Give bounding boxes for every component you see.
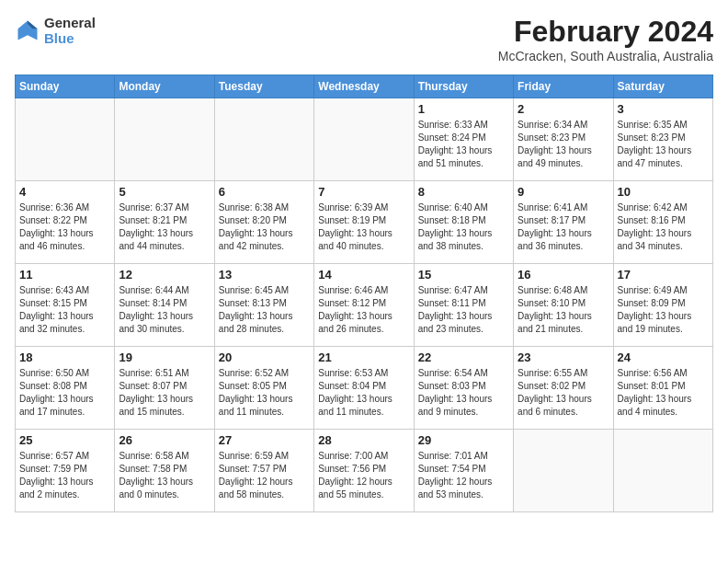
logo: General Blue bbox=[15, 15, 96, 46]
day-detail: Sunrise: 6:41 AM Sunset: 8:17 PM Dayligh… bbox=[518, 201, 609, 253]
day-number: 27 bbox=[219, 433, 310, 447]
day-detail: Sunrise: 6:53 AM Sunset: 8:04 PM Dayligh… bbox=[318, 367, 409, 419]
calendar-week-2: 4Sunrise: 6:36 AM Sunset: 8:22 PM Daylig… bbox=[16, 181, 713, 264]
day-number: 16 bbox=[518, 268, 609, 282]
day-number: 6 bbox=[219, 185, 310, 199]
location-subtitle: McCracken, South Australia, Australia bbox=[498, 49, 713, 63]
calendar-cell: 19Sunrise: 6:51 AM Sunset: 8:07 PM Dayli… bbox=[115, 347, 214, 430]
day-number: 18 bbox=[19, 350, 110, 364]
day-detail: Sunrise: 6:58 AM Sunset: 7:58 PM Dayligh… bbox=[119, 450, 210, 501]
day-detail: Sunrise: 6:33 AM Sunset: 8:24 PM Dayligh… bbox=[418, 119, 509, 170]
calendar-cell: 4Sunrise: 6:36 AM Sunset: 8:22 PM Daylig… bbox=[16, 181, 115, 264]
day-number: 7 bbox=[318, 185, 409, 199]
day-detail: Sunrise: 6:55 AM Sunset: 8:02 PM Dayligh… bbox=[518, 367, 609, 419]
calendar-cell: 18Sunrise: 6:50 AM Sunset: 8:08 PM Dayli… bbox=[16, 347, 115, 430]
logo-blue: Blue bbox=[44, 30, 96, 46]
day-detail: Sunrise: 6:34 AM Sunset: 8:23 PM Dayligh… bbox=[518, 119, 609, 170]
day-detail: Sunrise: 6:48 AM Sunset: 8:10 PM Dayligh… bbox=[518, 284, 609, 336]
calendar-week-5: 25Sunrise: 6:57 AM Sunset: 7:59 PM Dayli… bbox=[16, 430, 713, 512]
day-number: 9 bbox=[518, 185, 609, 199]
day-number: 23 bbox=[518, 350, 609, 364]
day-number: 4 bbox=[19, 185, 110, 199]
weekday-header-tuesday: Tuesday bbox=[214, 75, 313, 98]
calendar-cell: 14Sunrise: 6:46 AM Sunset: 8:12 PM Dayli… bbox=[314, 264, 414, 347]
day-detail: Sunrise: 6:54 AM Sunset: 8:03 PM Dayligh… bbox=[418, 367, 509, 419]
logo-general: General bbox=[44, 15, 96, 30]
calendar-cell: 20Sunrise: 6:52 AM Sunset: 8:05 PM Dayli… bbox=[214, 347, 313, 430]
logo-text: General Blue bbox=[44, 15, 96, 46]
calendar-cell: 8Sunrise: 6:40 AM Sunset: 8:18 PM Daylig… bbox=[414, 181, 513, 264]
calendar-cell: 28Sunrise: 7:00 AM Sunset: 7:56 PM Dayli… bbox=[314, 430, 414, 512]
weekday-header-thursday: Thursday bbox=[414, 75, 513, 98]
day-detail: Sunrise: 6:51 AM Sunset: 8:07 PM Dayligh… bbox=[119, 367, 210, 419]
calendar-cell: 22Sunrise: 6:54 AM Sunset: 8:03 PM Dayli… bbox=[414, 347, 513, 430]
day-detail: Sunrise: 6:36 AM Sunset: 8:22 PM Dayligh… bbox=[19, 201, 110, 253]
calendar-cell: 16Sunrise: 6:48 AM Sunset: 8:10 PM Dayli… bbox=[514, 264, 613, 347]
calendar-cell: 17Sunrise: 6:49 AM Sunset: 8:09 PM Dayli… bbox=[613, 264, 712, 347]
calendar-cell: 29Sunrise: 7:01 AM Sunset: 7:54 PM Dayli… bbox=[414, 430, 513, 512]
day-detail: Sunrise: 6:38 AM Sunset: 8:20 PM Dayligh… bbox=[219, 201, 310, 253]
day-number: 21 bbox=[318, 350, 409, 364]
calendar-table: SundayMondayTuesdayWednesdayThursdayFrid… bbox=[15, 75, 713, 512]
day-detail: Sunrise: 6:56 AM Sunset: 8:01 PM Dayligh… bbox=[618, 367, 709, 419]
calendar-week-3: 11Sunrise: 6:43 AM Sunset: 8:15 PM Dayli… bbox=[16, 264, 713, 347]
day-detail: Sunrise: 6:44 AM Sunset: 8:14 PM Dayligh… bbox=[119, 284, 210, 336]
day-number: 2 bbox=[518, 102, 609, 116]
day-number: 22 bbox=[418, 350, 509, 364]
day-detail: Sunrise: 6:47 AM Sunset: 8:11 PM Dayligh… bbox=[418, 284, 509, 336]
day-detail: Sunrise: 7:01 AM Sunset: 7:54 PM Dayligh… bbox=[418, 450, 509, 501]
calendar-cell: 1Sunrise: 6:33 AM Sunset: 8:24 PM Daylig… bbox=[414, 98, 513, 181]
calendar-cell: 23Sunrise: 6:55 AM Sunset: 8:02 PM Dayli… bbox=[514, 347, 613, 430]
day-number: 29 bbox=[418, 433, 509, 447]
calendar-cell bbox=[514, 430, 613, 512]
calendar-week-4: 18Sunrise: 6:50 AM Sunset: 8:08 PM Dayli… bbox=[16, 347, 713, 430]
day-detail: Sunrise: 6:45 AM Sunset: 8:13 PM Dayligh… bbox=[219, 284, 310, 336]
calendar-cell: 11Sunrise: 6:43 AM Sunset: 8:15 PM Dayli… bbox=[16, 264, 115, 347]
day-number: 5 bbox=[119, 185, 210, 199]
calendar-cell bbox=[613, 430, 712, 512]
calendar-cell: 7Sunrise: 6:39 AM Sunset: 8:19 PM Daylig… bbox=[314, 181, 414, 264]
title-block: February 2024 McCracken, South Australia… bbox=[498, 15, 713, 63]
calendar-cell: 15Sunrise: 6:47 AM Sunset: 8:11 PM Dayli… bbox=[414, 264, 513, 347]
day-detail: Sunrise: 6:39 AM Sunset: 8:19 PM Dayligh… bbox=[318, 201, 409, 253]
calendar-cell: 5Sunrise: 6:37 AM Sunset: 8:21 PM Daylig… bbox=[115, 181, 214, 264]
day-detail: Sunrise: 6:42 AM Sunset: 8:16 PM Dayligh… bbox=[618, 201, 709, 253]
day-number: 1 bbox=[418, 102, 509, 116]
weekday-header-wednesday: Wednesday bbox=[314, 75, 414, 98]
logo-icon bbox=[15, 17, 40, 43]
day-number: 12 bbox=[119, 268, 210, 282]
day-number: 17 bbox=[618, 268, 709, 282]
weekday-header-monday: Monday bbox=[115, 75, 214, 98]
day-detail: Sunrise: 6:35 AM Sunset: 8:23 PM Dayligh… bbox=[618, 119, 709, 170]
day-detail: Sunrise: 6:52 AM Sunset: 8:05 PM Dayligh… bbox=[219, 367, 310, 419]
calendar-cell: 6Sunrise: 6:38 AM Sunset: 8:20 PM Daylig… bbox=[214, 181, 313, 264]
day-number: 25 bbox=[19, 433, 110, 447]
calendar-cell: 2Sunrise: 6:34 AM Sunset: 8:23 PM Daylig… bbox=[514, 98, 613, 181]
month-year-title: February 2024 bbox=[498, 15, 713, 49]
day-number: 24 bbox=[618, 350, 709, 364]
day-detail: Sunrise: 6:50 AM Sunset: 8:08 PM Dayligh… bbox=[19, 367, 110, 419]
calendar-week-1: 1Sunrise: 6:33 AM Sunset: 8:24 PM Daylig… bbox=[16, 98, 713, 181]
calendar-cell bbox=[115, 98, 214, 181]
day-number: 8 bbox=[418, 185, 509, 199]
day-detail: Sunrise: 6:49 AM Sunset: 8:09 PM Dayligh… bbox=[618, 284, 709, 336]
day-number: 10 bbox=[618, 185, 709, 199]
day-detail: Sunrise: 6:37 AM Sunset: 8:21 PM Dayligh… bbox=[119, 201, 210, 253]
day-number: 26 bbox=[119, 433, 210, 447]
calendar-cell bbox=[314, 98, 414, 181]
day-number: 15 bbox=[418, 268, 509, 282]
calendar-cell bbox=[16, 98, 115, 181]
calendar-cell: 25Sunrise: 6:57 AM Sunset: 7:59 PM Dayli… bbox=[16, 430, 115, 512]
calendar-cell: 27Sunrise: 6:59 AM Sunset: 7:57 PM Dayli… bbox=[214, 430, 313, 512]
day-number: 13 bbox=[219, 268, 310, 282]
weekday-header-sunday: Sunday bbox=[16, 75, 115, 98]
calendar-cell bbox=[214, 98, 313, 181]
calendar-cell: 21Sunrise: 6:53 AM Sunset: 8:04 PM Dayli… bbox=[314, 347, 414, 430]
day-number: 3 bbox=[618, 102, 709, 116]
day-detail: Sunrise: 6:46 AM Sunset: 8:12 PM Dayligh… bbox=[318, 284, 409, 336]
day-detail: Sunrise: 6:57 AM Sunset: 7:59 PM Dayligh… bbox=[19, 450, 110, 501]
calendar-cell: 26Sunrise: 6:58 AM Sunset: 7:58 PM Dayli… bbox=[115, 430, 214, 512]
day-detail: Sunrise: 6:59 AM Sunset: 7:57 PM Dayligh… bbox=[219, 450, 310, 501]
calendar-cell: 10Sunrise: 6:42 AM Sunset: 8:16 PM Dayli… bbox=[613, 181, 712, 264]
day-detail: Sunrise: 7:00 AM Sunset: 7:56 PM Dayligh… bbox=[318, 450, 409, 501]
